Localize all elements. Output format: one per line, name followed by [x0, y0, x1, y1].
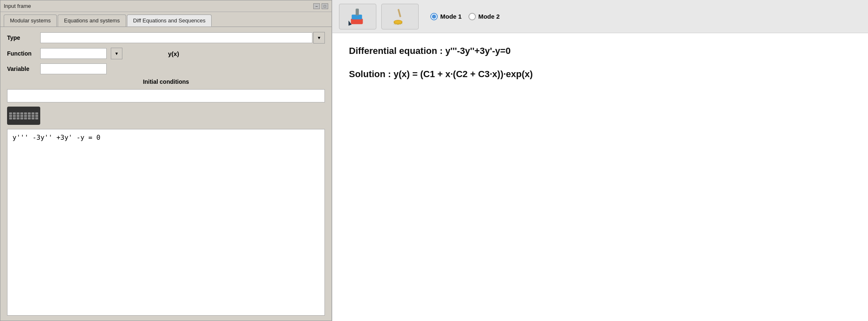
svg-line-8	[395, 23, 396, 24]
result-solution-value: y(x) = (C1 + x·(C2 + C3·x))·exp(x)	[394, 69, 533, 79]
mode-group: Mode 1 Mode 2	[430, 13, 500, 20]
window-controls: – □	[313, 3, 328, 9]
window-title: Input frame	[4, 3, 31, 9]
right-toolbar: Mode 1 Mode 2	[332, 0, 868, 33]
right-panel: Mode 1 Mode 2 Differential equation : y'…	[332, 0, 868, 321]
svg-point-6	[394, 20, 402, 24]
svg-rect-4	[397, 9, 401, 17]
variable-label: Variable	[7, 66, 36, 72]
variable-input[interactable]: x	[40, 63, 107, 74]
keyboard-button[interactable]	[7, 107, 40, 125]
mode1-option[interactable]: Mode 1	[430, 13, 462, 20]
tab-modular[interactable]: Modular systems	[4, 15, 57, 27]
paintbrush-button[interactable]	[339, 4, 376, 29]
mode1-label: Mode 1	[440, 13, 462, 20]
tab-diff[interactable]: Diff Equations and Sequences	[127, 15, 212, 27]
type-dropdown-button[interactable]: ▾	[313, 32, 325, 44]
function-row: Function y ▾ y(x)	[7, 48, 325, 59]
maximize-button[interactable]: □	[322, 3, 328, 9]
result-equation-value: y'''-3y''+3y'-y=0	[445, 46, 510, 56]
type-label: Type	[7, 34, 36, 41]
result-solution-line: Solution : y(x) = (C1 + x·(C2 + C3·x))·e…	[349, 69, 851, 80]
function-dropdown-button[interactable]: ▾	[111, 48, 122, 59]
function-input[interactable]: y	[40, 48, 107, 59]
initial-conditions-input[interactable]	[7, 89, 325, 102]
mode2-option[interactable]: Mode 2	[468, 13, 500, 20]
function-label: Function	[7, 50, 36, 57]
result-equation-line: Differential equation : y'''-3y''+3y'-y=…	[349, 46, 851, 56]
type-select-wrapper: Differential equations ▾	[40, 32, 325, 44]
svg-rect-2	[356, 8, 359, 15]
tab-equations[interactable]: Equations and systems	[58, 15, 126, 27]
svg-rect-0	[351, 18, 363, 24]
mode2-radio[interactable]	[468, 13, 476, 20]
type-input[interactable]: Differential equations	[40, 32, 312, 43]
broom-icon	[392, 8, 408, 25]
right-content: Differential equation : y'''-3y''+3y'-y=…	[332, 33, 868, 321]
type-row: Type Differential equations ▾	[7, 32, 325, 44]
mode1-radio-fill	[432, 15, 436, 19]
minimize-button[interactable]: –	[313, 3, 320, 9]
left-panel: Input frame – □ Modular systems Equation…	[0, 0, 332, 321]
tabs-row: Modular systems Equations and systems Di…	[0, 12, 332, 27]
function-display: y(x)	[168, 50, 179, 57]
broom-button[interactable]	[381, 4, 419, 29]
paintbrush-icon	[348, 7, 368, 27]
result-solution-label: Solution :	[349, 69, 391, 79]
svg-line-10	[399, 23, 399, 24]
variable-row: Variable x	[7, 63, 325, 74]
result-equation-label: Differential equation :	[349, 46, 443, 56]
window-titlebar: Input frame – □	[0, 0, 332, 12]
mode2-label: Mode 2	[478, 13, 500, 20]
initial-conditions-label: Initial conditions	[7, 78, 325, 85]
equation-text: y''' -3y'' +3y' -y = 0	[12, 134, 100, 141]
tab-content-area: Type Differential equations ▾ Function y…	[0, 27, 332, 321]
mode1-radio[interactable]	[430, 13, 438, 20]
keyboard-keys-display	[7, 111, 40, 121]
equation-display: y''' -3y'' +3y' -y = 0	[7, 129, 325, 316]
